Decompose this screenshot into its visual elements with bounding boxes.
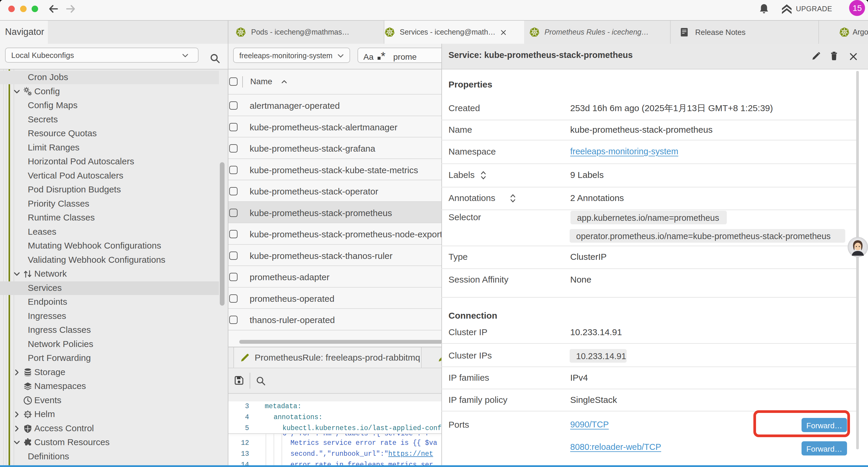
- svg-text:HELM: HELM: [25, 413, 30, 415]
- svg-text:*: *: [381, 51, 385, 61]
